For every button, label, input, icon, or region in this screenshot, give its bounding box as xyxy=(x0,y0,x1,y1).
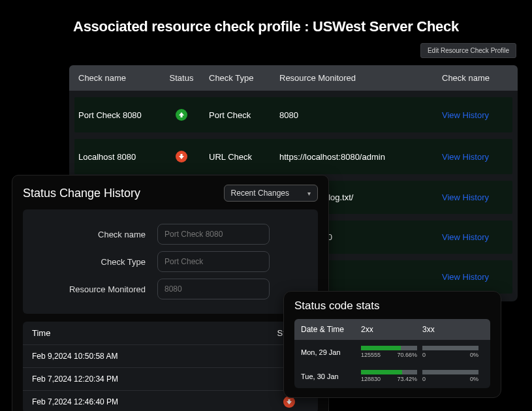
col-header-time: Time xyxy=(32,328,270,338)
cell-2xx: 12883073.42% xyxy=(361,370,422,382)
cell-type: Port Check xyxy=(200,110,273,120)
col-header-date: Date & Time xyxy=(301,325,361,334)
pct-3xx: 0% xyxy=(470,352,478,358)
view-history-link[interactable]: View History xyxy=(442,110,489,120)
cell-date: Mon, 29 Jan xyxy=(301,348,361,356)
history-time-table: Time Status Feb 9,2024 10:50:58 AMFeb 7,… xyxy=(23,322,318,411)
col-header-status: Status xyxy=(163,73,200,83)
col-header-type: Check Type xyxy=(200,73,273,83)
cell-time: Feb 7,2024 12:20:34 PM xyxy=(32,374,270,384)
cell-type: URL Check xyxy=(200,152,273,162)
bar-2xx xyxy=(361,346,417,350)
cell-3xx: 00% xyxy=(422,346,484,358)
cell-2xx: 12555570.66% xyxy=(361,346,422,358)
col-header-name: Check name xyxy=(78,73,163,83)
history-title: Status Change History xyxy=(23,187,140,200)
view-history-link[interactable]: View History xyxy=(442,272,489,282)
col-header-3xx: 3xx xyxy=(422,325,484,334)
bar-2xx xyxy=(361,370,417,374)
label-check-type: Check Type xyxy=(33,257,157,267)
cell-resource: https://localhost:8080/admin xyxy=(273,152,435,162)
history-form: Check name Check Type Resource Monitored xyxy=(23,209,318,314)
table-row: Port Check 8080Port Check8080View Histor… xyxy=(74,97,512,132)
history-row: Feb 7,2024 12:46:40 PM xyxy=(23,390,318,411)
stats-row: Mon, 29 Jan12555570.66%00% xyxy=(294,340,490,364)
arrow-down-icon xyxy=(176,151,187,162)
cell-name: Port Check 8080 xyxy=(78,110,163,120)
cell-3xx: 00% xyxy=(422,370,484,382)
view-history-link[interactable]: View History xyxy=(442,192,489,202)
edit-profile-button[interactable]: Edit Resource Check Profile xyxy=(420,43,516,58)
view-history-link[interactable]: View History xyxy=(442,232,489,242)
stats-header: Date & Time 2xx 3xx xyxy=(294,319,490,340)
history-range-dropdown[interactable]: Recent Changes xyxy=(224,185,318,202)
history-row: Feb 7,2024 12:20:34 PM xyxy=(23,367,318,390)
col-header-2xx: 2xx xyxy=(361,325,422,334)
table-header: Check name Status Check Type Resource Mo… xyxy=(69,65,518,91)
cell-time: Feb 7,2024 12:46:40 PM xyxy=(32,397,270,406)
col-header-action: Check name xyxy=(435,73,509,83)
cell-name: Localhost 8080 xyxy=(78,152,163,162)
label-resource: Resource Monitored xyxy=(33,284,157,294)
bar-3xx xyxy=(422,370,478,374)
cell-resource: 8080 xyxy=(273,110,435,120)
pct-2xx: 70.66% xyxy=(397,352,417,358)
cell-time: Feb 9,2024 10:50:58 AM xyxy=(32,352,270,361)
cell-status xyxy=(163,151,200,162)
history-row: Feb 9,2024 10:50:58 AM xyxy=(23,344,318,367)
pct-2xx: 73.42% xyxy=(397,376,417,382)
arrow-up-icon xyxy=(176,109,187,121)
pct-3xx: 0% xyxy=(470,376,478,382)
dropdown-label: Recent Changes xyxy=(231,189,289,198)
count-2xx: 128830 xyxy=(361,376,381,382)
resource-field[interactable] xyxy=(157,279,270,299)
page-title: Associated resource check profile : USWe… xyxy=(0,0,532,42)
count-3xx: 0 xyxy=(422,376,426,382)
cell-date: Tue, 30 Jan xyxy=(301,373,361,380)
count-2xx: 125555 xyxy=(361,352,381,358)
check-name-field[interactable] xyxy=(157,224,270,245)
status-code-stats-panel: Status code stats Date & Time 2xx 3xx Mo… xyxy=(283,291,501,398)
stats-title: Status code stats xyxy=(294,299,490,312)
table-row: Localhost 8080URL Checkhttps://localhost… xyxy=(74,139,512,174)
cell-status xyxy=(163,109,200,121)
bar-3xx xyxy=(422,346,478,350)
label-check-name: Check name xyxy=(33,230,157,239)
col-header-resource: Resource Monitored xyxy=(273,73,435,83)
check-type-field[interactable] xyxy=(157,251,270,272)
view-history-link[interactable]: View History xyxy=(442,152,489,162)
status-history-panel: Status Change History Recent Changes Che… xyxy=(12,175,329,411)
stats-row: Tue, 30 Jan12883073.42%00% xyxy=(294,364,490,388)
count-3xx: 0 xyxy=(422,352,426,358)
